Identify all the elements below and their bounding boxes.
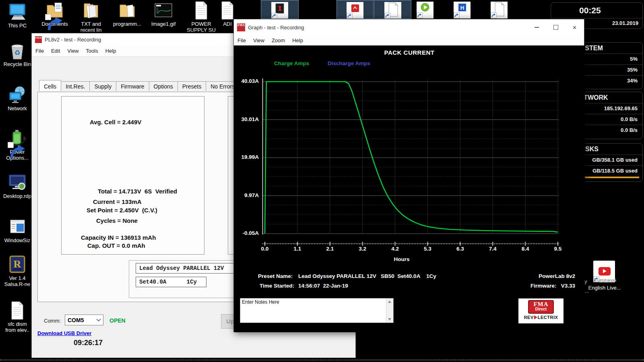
desktop-icon-label: Image1.gif [147, 21, 180, 27]
fma-logo-text: FMA [529, 301, 553, 307]
desktop-icon-image1-gif[interactable]: Image1.gif [147, 1, 180, 27]
desktop-icon-label: WindowSiz [0, 237, 35, 243]
comm-port-select[interactable]: COM5 [65, 315, 103, 325]
desktop-icon-programm-[interactable]: programm... [110, 1, 144, 27]
clock-time: 00:25 [551, 3, 642, 18]
current-readout: Current = 133mA [93, 198, 141, 205]
close-button[interactable]: × [565, 19, 584, 35]
desktop-icon-txt-and[interactable]: TXT and recent lin [74, 1, 108, 33]
desktop-icon-document-shortcut[interactable] [487, 0, 511, 19]
graph-client-area: PACK CURRENT Charge AmpsDischarge Amps 4… [234, 45, 585, 332]
pl8-menu-view[interactable]: View [64, 48, 82, 54]
set-point-readout: Set Point = 2.450V (C.V.) [87, 207, 157, 214]
desktop-icon-bin[interactable]: ♻Recycle Bin [0, 41, 35, 67]
notes-text: Enter Notes Here [240, 298, 393, 306]
rapp-icon: R [8, 255, 27, 274]
maximize-button[interactable] [546, 19, 565, 35]
textdoc-icon [8, 301, 27, 320]
revo-lectrix-text: LECTRIX [538, 315, 558, 320]
notes-textarea[interactable]: Enter Notes Here [240, 298, 394, 323]
fma-app-icon: FMA [237, 23, 245, 31]
x-tick-label: 1.1 [289, 246, 306, 252]
desktop-icon-label: Desktop.rdp [0, 193, 35, 199]
shortcut-arrow-icon [384, 13, 390, 19]
legend-charge-amps[interactable]: Charge Amps [274, 60, 309, 66]
window-icon [8, 217, 27, 237]
pl8-menu-tools[interactable]: Tools [82, 48, 101, 54]
avg-cell-readout: Avg. Cell = 2.449V [90, 119, 141, 125]
image-icon [154, 1, 173, 20]
revo-play-icon [534, 315, 537, 319]
y-tick-label: -0.05A [235, 230, 259, 236]
pl8v2-tab-strip: CellsInt.Res.SupplyFirmwareOptionsPreset… [39, 80, 239, 91]
svg-text:H: H [460, 5, 464, 11]
minimize-button[interactable] [527, 19, 546, 35]
graph-menu-view[interactable]: View [250, 37, 268, 43]
blue-h-app-shortcut-icon: H [454, 2, 471, 19]
revolectrix-logo: REV LECTRIX [518, 315, 564, 320]
desktop-icon-label: Network [0, 105, 35, 111]
desktop-icon-green-app-shortcut[interactable] [413, 0, 437, 19]
scroll-down-icon[interactable] [388, 318, 391, 321]
legend-discharge-amps[interactable]: Discharge Amps [328, 60, 370, 66]
document-shortcut-icon [491, 2, 508, 19]
window-controls: × [527, 19, 584, 35]
desktop-icon-rapp[interactable]: RVer 1.4 Salsa.R-ne [0, 255, 35, 287]
x-tick-label: 8.4 [516, 246, 534, 252]
folder-icon [118, 1, 137, 20]
tab-options[interactable]: Options [149, 81, 178, 91]
document-icon [192, 1, 211, 20]
tab-firmware[interactable]: Firmware [116, 81, 149, 91]
svg-text:R: R [14, 258, 21, 270]
download-usb-driver-link[interactable]: Download USB Driver [37, 330, 91, 336]
comm-open-status: OPEN [109, 317, 126, 324]
desktop-icon-rdp[interactable]: Desktop.rdp [0, 173, 35, 199]
close-icon: × [573, 24, 577, 31]
graph-menu-help[interactable]: Help [289, 37, 307, 43]
red-app-shortcut-icon [347, 2, 363, 19]
desktop-icon-computer[interactable]: This PC [0, 2, 35, 29]
desktop-icon-window[interactable]: WindowSiz [0, 217, 35, 243]
graph-menu-file[interactable]: File [234, 37, 250, 43]
pl8-menu-file[interactable]: File [32, 48, 47, 54]
desktop-icon-label: sfc dism from elev.. [0, 321, 35, 333]
desktop-icon-network[interactable]: Network [0, 85, 35, 111]
shortcut-arrow-icon [8, 142, 14, 148]
desktop-icon-blue-h-app-shortcut[interactable]: H [450, 0, 474, 19]
network-icon [8, 85, 27, 105]
x-tick-label: 6.3 [451, 246, 469, 252]
time-started-label: Time Started: [260, 283, 294, 289]
tab-intres[interactable]: Int.Res. [61, 81, 90, 91]
pl8-menu-edit[interactable]: Edit [47, 48, 64, 54]
tab-supply[interactable]: Supply [89, 81, 116, 91]
desktop-icon-fma-document-shortcut[interactable] [261, 0, 299, 19]
pl8-menu-help[interactable]: Help [102, 48, 120, 54]
tab-presets[interactable]: Presets [178, 81, 206, 91]
desktop-icon-red-app-shortcut[interactable] [336, 0, 374, 19]
desktop-icon-label: Ver 1.4 Salsa.R-ne [0, 275, 35, 287]
scroll-up-icon[interactable] [388, 300, 391, 303]
desktop-icon-textdoc[interactable]: sfc dism from elev.. [0, 301, 35, 333]
tab-cells[interactable]: Cells [39, 80, 61, 91]
document-shortcut-icon [384, 2, 401, 19]
desktop-icon-documents[interactable]: Documents [38, 1, 72, 27]
desktop-icon-power[interactable]: Power Options... [0, 129, 35, 161]
minimize-icon [535, 27, 539, 28]
taskbar-hint-line [0, 360, 644, 360]
comm-label: Comm: [44, 318, 61, 324]
preset-setting-box[interactable]: Set40.0A 1Cy [136, 277, 206, 287]
desktop-icon-document-shortcut[interactable] [374, 0, 411, 19]
graph-menu-zoom[interactable]: Zoom [268, 37, 289, 43]
pl8v2-window-title: PL8v2 - test - Recording [45, 37, 101, 43]
x-tick-label: 5.3 [419, 246, 436, 252]
pack-current-chart[interactable] [234, 45, 585, 332]
notes-scrollbar[interactable] [386, 298, 393, 323]
desktop-icon-label: This PC [0, 23, 35, 29]
cells-readout-panel: Avg. Cell = 2.449V Total = 14.713V 6S Ve… [61, 96, 204, 255]
fma-direct-text: Direct [529, 307, 553, 311]
desktop: This PC♻Recycle BinNetworkPower Options.… [0, 0, 644, 362]
cap-out-readout: Cap. OUT = 0.0 mAh [87, 242, 145, 249]
disk-usage-bar [584, 177, 639, 178]
partially-covered-icon-label: y ... [584, 277, 593, 296]
graph-titlebar[interactable]: FMA Graph - test - Recording × [234, 19, 584, 35]
